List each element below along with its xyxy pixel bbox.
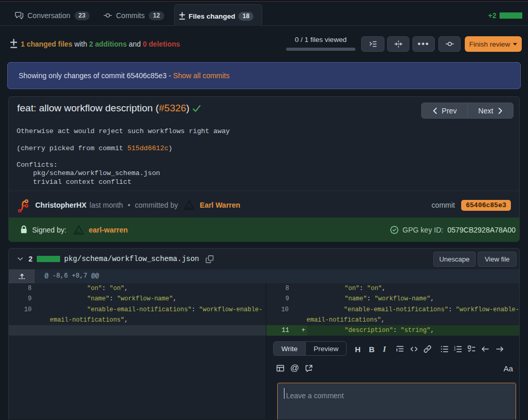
svg-text:2: 2 — [454, 348, 456, 351]
